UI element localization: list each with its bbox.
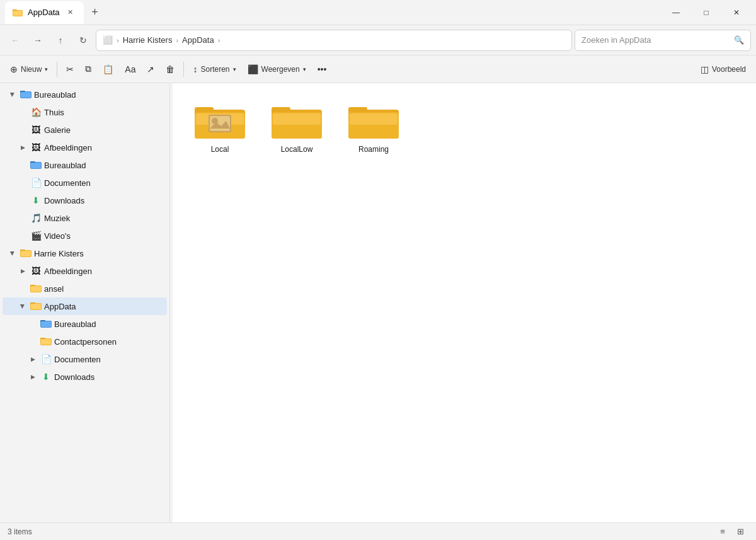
folder-icon-local xyxy=(195,101,245,141)
sidebar: ▶ Bureaublad ▶ 🏠 Thuis ▶ 🖼 Galerie ▶ 🖼 A… xyxy=(0,83,170,522)
images-icon: 🖼 xyxy=(30,142,42,153)
minimize-button[interactable]: — xyxy=(662,3,690,23)
sidebar-item-harrie-kisters[interactable]: ▶ Harrie Kisters xyxy=(3,244,167,262)
search-placeholder-text: Zoeken in AppData xyxy=(581,35,730,45)
back-button[interactable]: ← xyxy=(5,30,25,50)
refresh-button[interactable]: ↻ xyxy=(73,30,93,50)
sidebar-label-galerie: Galerie xyxy=(44,125,162,135)
nav-bar: ← → ↑ ↻ ⬜ › Harrie Kisters › AppData › Z… xyxy=(0,25,756,55)
sidebar-item-documenten-hk[interactable]: ▶ 📄 Documenten xyxy=(3,350,167,368)
sidebar-label-afbeeldingen-hk: Afbeeldingen xyxy=(44,267,162,276)
folder-item-localow[interactable]: LocalLow xyxy=(262,96,331,159)
sidebar-item-bureaublad-root[interactable]: ▶ Bureaublad xyxy=(3,86,167,103)
folder-yellow-appdata-icon xyxy=(30,301,42,312)
up-button[interactable]: ↑ xyxy=(50,30,71,50)
sidebar-item-appdata[interactable]: ▶ AppData xyxy=(3,297,167,315)
toolbar-separator-2 xyxy=(183,62,184,77)
sidebar-item-ansel[interactable]: ▶ ansel xyxy=(3,280,167,297)
toolbar-separator-1 xyxy=(57,62,57,77)
folder-name-roaming: Roaming xyxy=(358,145,389,154)
folder-item-local[interactable]: Local xyxy=(185,96,255,159)
folder-yellow-icon xyxy=(20,248,32,259)
view-dropdown-icon: ▾ xyxy=(303,66,306,72)
sidebar-item-videos[interactable]: ▶ 🎬 Video's xyxy=(3,227,167,244)
sidebar-item-thuis[interactable]: ▶ 🏠 Thuis xyxy=(3,103,167,121)
window-controls: — □ ✕ xyxy=(662,3,751,23)
more-button[interactable]: ••• xyxy=(312,59,332,79)
paste-button[interactable]: 📋 xyxy=(98,59,118,79)
active-tab[interactable]: AppData ✕ xyxy=(5,1,84,24)
svg-rect-11 xyxy=(21,251,31,256)
new-button[interactable]: ⊕ Nieuw ▾ xyxy=(5,59,53,79)
sidebar-item-bureaublad-hk[interactable]: ▶ Bureaublad xyxy=(3,315,167,333)
copy-button[interactable]: ⧉ xyxy=(80,59,96,79)
sidebar-item-contactpersonen[interactable]: ▶ Contactpersonen xyxy=(3,333,167,350)
refresh-icon: ↻ xyxy=(79,35,87,45)
sidebar-item-bureaublad-sub[interactable]: ▶ Bureaublad xyxy=(3,156,167,174)
folder-name-local: Local xyxy=(211,145,229,154)
sort-dropdown-icon: ▾ xyxy=(233,66,236,72)
grid-view-button[interactable]: ⊞ xyxy=(732,525,748,539)
svg-rect-14 xyxy=(31,286,41,292)
rename-button[interactable]: Aa xyxy=(120,59,140,79)
music-icon: 🎵 xyxy=(30,212,42,224)
maximize-button[interactable]: □ xyxy=(692,3,721,23)
status-bar: 3 items ≡ ⊞ xyxy=(0,522,756,540)
sidebar-label-documenten: Documenten xyxy=(44,178,162,188)
main-area: ▶ Bureaublad ▶ 🏠 Thuis ▶ 🖼 Galerie ▶ 🖼 A… xyxy=(0,83,756,522)
sidebar-label-downloads-root: Downloads xyxy=(44,196,162,205)
search-bar[interactable]: Zoeken in AppData 🔍 xyxy=(575,30,751,51)
folder-icon-localow xyxy=(272,101,322,141)
new-icon: ⊕ xyxy=(10,64,18,74)
tab-title: AppData xyxy=(28,8,60,17)
svg-rect-38 xyxy=(350,113,398,125)
sidebar-label-bureaublad-hk: Bureaublad xyxy=(54,319,162,329)
sidebar-item-afbeeldingen-hk[interactable]: ▶ 🖼 Afbeeldingen xyxy=(3,262,167,280)
address-sep2: › xyxy=(176,37,178,44)
sidebar-label-ansel: ansel xyxy=(44,284,162,294)
close-button[interactable]: ✕ xyxy=(722,3,751,23)
address-part2: AppData xyxy=(182,35,214,45)
svg-rect-17 xyxy=(31,304,41,309)
preview-icon: ◫ xyxy=(701,64,709,74)
sidebar-label-muziek: Muziek xyxy=(44,214,162,223)
preview-button[interactable]: ◫ Voorbeeld xyxy=(696,59,751,79)
back-icon: ← xyxy=(11,35,20,45)
list-view-button[interactable]: ≡ xyxy=(714,525,731,539)
sidebar-label-appdata: AppData xyxy=(44,302,162,311)
sort-label: Sorteren xyxy=(200,65,229,74)
content-area: Local LocalLow xyxy=(173,83,756,522)
sidebar-label-thuis: Thuis xyxy=(44,108,162,117)
sidebar-label-bureaublad-sub: Bureaublad xyxy=(44,161,162,170)
sidebar-item-muziek[interactable]: ▶ 🎵 Muziek xyxy=(3,209,167,227)
sidebar-item-downloads-hk[interactable]: ▶ ⬇ Downloads xyxy=(3,368,167,386)
chevron-open-icon: ▶ xyxy=(8,89,18,100)
folder-item-roaming[interactable]: Roaming xyxy=(339,96,408,159)
address-sep3: › xyxy=(218,37,220,44)
status-view-buttons: ≡ ⊞ xyxy=(714,525,748,539)
sidebar-label-bureaublad-root: Bureaublad xyxy=(34,90,162,100)
images-hk-icon: 🖼 xyxy=(30,265,42,277)
cut-button[interactable]: ✂ xyxy=(61,59,79,79)
up-icon: ↑ xyxy=(59,35,63,45)
view-button[interactable]: ⬛ Weergeven ▾ xyxy=(243,59,311,79)
svg-rect-2 xyxy=(13,11,22,16)
svg-rect-34 xyxy=(273,113,321,125)
delete-button[interactable]: 🗑 xyxy=(161,59,180,79)
address-sep1: › xyxy=(117,37,119,44)
rename-icon: Aa xyxy=(125,64,135,74)
more-icon: ••• xyxy=(318,64,327,74)
sidebar-item-galerie[interactable]: ▶ 🖼 Galerie xyxy=(3,121,167,139)
share-button[interactable]: ↗ xyxy=(142,59,159,79)
tab-close-button[interactable]: ✕ xyxy=(65,7,76,18)
svg-rect-20 xyxy=(41,321,51,327)
gallery-icon: 🖼 xyxy=(30,124,42,135)
view-icon: ⬛ xyxy=(248,64,258,74)
sidebar-item-afbeeldingen-root[interactable]: ▶ 🖼 Afbeeldingen xyxy=(3,139,167,156)
sort-button[interactable]: ↕ Sorteren ▾ xyxy=(188,59,241,79)
address-bar[interactable]: ⬜ › Harrie Kisters › AppData › xyxy=(96,30,572,51)
new-tab-button[interactable]: + xyxy=(86,4,104,21)
sidebar-item-downloads-root[interactable]: ▶ ⬇ Downloads xyxy=(3,192,167,209)
sidebar-item-documenten[interactable]: ▶ 📄 Documenten xyxy=(3,174,167,192)
forward-button[interactable]: → xyxy=(28,30,48,50)
